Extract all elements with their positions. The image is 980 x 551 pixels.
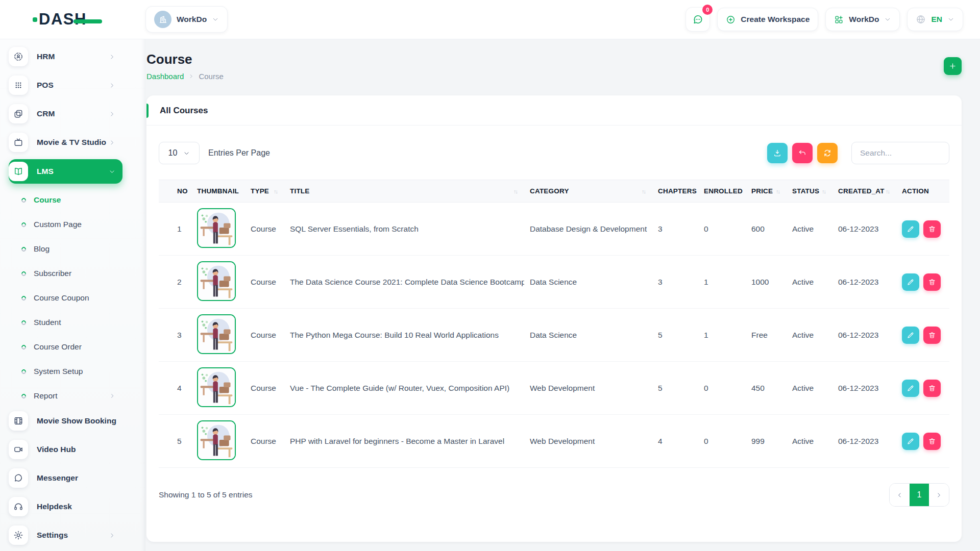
sidebar-item-crm[interactable]: CRM	[9, 102, 122, 126]
delete-button[interactable]	[923, 220, 941, 238]
topbar-actions: 0 Create Workspace WorkDo EN	[685, 7, 980, 32]
chevron-right-icon	[109, 139, 115, 146]
cell-category: Web Development	[524, 415, 652, 468]
cell-enrolled: 1	[698, 309, 746, 362]
cell-thumbnail	[191, 362, 245, 415]
sidebar-subitem-report[interactable]: Report	[9, 385, 122, 407]
cell-title: The Data Science Course 2021: Complete D…	[284, 256, 524, 309]
sidebar-item-video-hub[interactable]: Video Hub	[9, 438, 122, 461]
cell-created-at: 06-12-2023	[832, 309, 896, 362]
delete-button[interactable]	[923, 273, 941, 291]
download-icon	[773, 148, 782, 158]
sidebar-subitem-course[interactable]: Course	[9, 189, 122, 211]
course-thumbnail	[197, 314, 236, 354]
column-header-title[interactable]: TITLE↑↓	[284, 180, 524, 203]
edit-button[interactable]	[902, 220, 919, 238]
search-input[interactable]	[851, 142, 949, 164]
sidebar-subitem-system-setup[interactable]: System Setup	[9, 360, 122, 383]
sidebar-item-movie-show-booking[interactable]: Movie Show Booking	[9, 409, 122, 433]
language-selector[interactable]: EN	[907, 8, 963, 31]
cell-price: 999	[746, 415, 787, 468]
column-header-category[interactable]: CATEGORY↑↓	[524, 180, 652, 203]
sidebar-item-hrm[interactable]: HRM	[9, 45, 122, 68]
courses-table: NOTHUMBNAILTYPE↑↓TITLE↑↓CATEGORY↑↓CHAPTE…	[159, 180, 949, 468]
sidebar-subitem-label: Subscriber	[34, 269, 71, 278]
sidebar-item-helpdesk[interactable]: Helpdesk	[9, 495, 122, 518]
sidebar-subitem-blog[interactable]: Blog	[9, 238, 122, 260]
delete-button[interactable]	[923, 327, 941, 344]
sidebar-subitem-custom-page[interactable]: Custom Page	[9, 213, 122, 236]
sidebar-item-movie-tv-studio[interactable]: Movie & TV Studio	[9, 131, 122, 154]
breadcrumb-dashboard-link[interactable]: Dashboard	[146, 72, 184, 81]
cell-thumbnail	[191, 309, 245, 362]
refresh-button[interactable]	[817, 143, 838, 163]
column-label: ACTION	[902, 187, 929, 195]
sidebar-subitem-label: Student	[34, 318, 61, 327]
edit-button[interactable]	[902, 433, 919, 450]
course-thumbnail	[197, 420, 236, 460]
edit-button[interactable]	[902, 327, 919, 344]
cell-price: 600	[746, 203, 787, 256]
cell-price: 450	[746, 362, 787, 415]
cell-chapters: 5	[652, 309, 698, 362]
sidebar-subitem-label: Course Coupon	[34, 293, 89, 303]
column-header-created-at[interactable]: CREATED_AT↑↓	[832, 180, 896, 203]
cell-no: 4	[159, 362, 191, 415]
delete-button[interactable]	[923, 380, 941, 397]
cell-action	[896, 415, 949, 468]
column-label: NO	[177, 187, 188, 195]
chevron-right-icon	[109, 54, 115, 60]
cell-enrolled: 0	[698, 203, 746, 256]
pencil-icon	[906, 331, 915, 339]
create-workspace-button[interactable]: Create Workspace	[717, 8, 818, 31]
cell-chapters: 4	[652, 415, 698, 468]
column-header-status[interactable]: STATUS↑↓	[787, 180, 832, 203]
cell-no: 5	[159, 415, 191, 468]
chat-icon	[692, 14, 704, 26]
cell-status: Active	[787, 203, 832, 256]
book-icon	[9, 162, 28, 181]
workspace-switcher-label: WorkDo	[849, 15, 879, 24]
workspace-selector[interactable]: WorkDo	[145, 6, 228, 33]
sidebar-subitem-course-coupon[interactable]: Course Coupon	[9, 287, 122, 309]
chevron-down-icon	[109, 168, 115, 175]
pagination-page-1[interactable]: 1	[910, 484, 929, 506]
column-label: STATUS	[792, 187, 819, 195]
pagination: 1	[889, 483, 949, 507]
sidebar-item-settings[interactable]: Settings	[9, 523, 122, 547]
chevron-left-icon	[896, 492, 903, 498]
column-header-price[interactable]: PRICE↑↓	[746, 180, 787, 203]
add-course-button[interactable]	[944, 57, 962, 75]
edit-button[interactable]	[902, 380, 919, 397]
cell-action	[896, 309, 949, 362]
workspace-switcher[interactable]: WorkDo	[825, 8, 900, 31]
pos-icon	[9, 76, 28, 95]
reset-button[interactable]	[792, 143, 813, 163]
sidebar-item-lms[interactable]: LMS	[9, 159, 122, 184]
cell-thumbnail	[191, 415, 245, 468]
cell-created-at: 06-12-2023	[832, 203, 896, 256]
messages-button[interactable]: 0	[685, 7, 710, 32]
edit-button[interactable]	[902, 273, 919, 291]
workspace-avatar	[154, 11, 172, 28]
language-label: EN	[931, 15, 942, 24]
bullet-icon	[20, 295, 27, 302]
app-logo[interactable]: DASH	[0, 10, 145, 29]
entries-per-page-select[interactable]: 10	[159, 142, 200, 164]
sidebar-subitem-course-order[interactable]: Course Order	[9, 336, 122, 358]
sort-icon: ↑↓	[776, 188, 779, 194]
export-button[interactable]	[767, 143, 788, 163]
sidebar-subitem-student[interactable]: Student	[9, 311, 122, 334]
cell-enrolled: 0	[698, 415, 746, 468]
sidebar-subitem-subscriber[interactable]: Subscriber	[9, 262, 122, 285]
pagination-next-button[interactable]	[929, 484, 949, 506]
sidebar-item-pos[interactable]: POS	[9, 73, 122, 97]
column-header-type[interactable]: TYPE↑↓	[245, 180, 284, 203]
cell-type: Course	[245, 415, 284, 468]
pagination-prev-button[interactable]	[890, 484, 910, 506]
course-thumbnail	[197, 367, 236, 407]
bullet-icon	[20, 221, 27, 228]
sidebar-item-messenger[interactable]: Messenger	[9, 466, 122, 490]
delete-button[interactable]	[923, 433, 941, 450]
undo-icon	[798, 148, 807, 158]
